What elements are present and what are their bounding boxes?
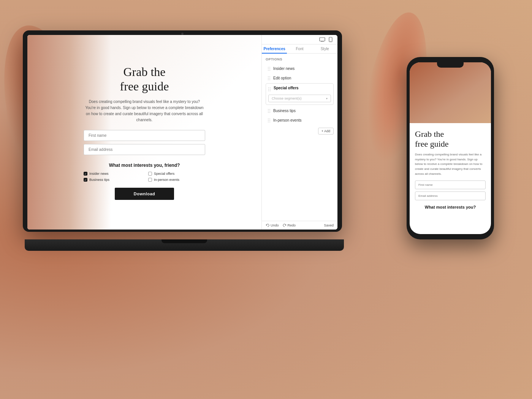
bottom-actions: Undo Redo (266, 223, 296, 227)
option-edit-option-label: Edit option (273, 76, 291, 80)
laptop-frame: Grab the free guide Does creating compel… (23, 30, 342, 232)
option-special-offers-title: Special offers (274, 86, 299, 90)
checkbox-insider-news-box[interactable]: ✓ (84, 172, 87, 176)
undo-label: Undo (271, 223, 279, 227)
checkbox-in-person-events[interactable]: In-person events (148, 178, 205, 182)
drag-handle-insider (268, 67, 271, 71)
laptop-hinge-notch (162, 239, 207, 243)
phone-title: Grab the free guide (415, 129, 486, 149)
phone-hero-image (410, 62, 491, 123)
checkbox-special-offers-box[interactable] (148, 172, 152, 176)
option-in-person-events-label: In-person events (273, 118, 302, 122)
page-preview: Grab the free guide Does creating compel… (27, 35, 261, 230)
saved-status: Saved (324, 223, 334, 227)
checkbox-special-offers-label: Special offers (154, 172, 174, 176)
tab-font[interactable]: Font (287, 44, 312, 53)
options-section: Options Insider news (262, 54, 337, 221)
mobile-icon[interactable] (328, 37, 334, 42)
checkbox-special-offers[interactable]: Special offers (148, 172, 205, 176)
email-input[interactable] (84, 144, 205, 155)
option-business-tips-label: Business tips (273, 109, 296, 113)
option-insider-news[interactable]: Insider news (266, 64, 334, 73)
page-main-content: Grab the free guide Does creating compel… (84, 65, 205, 200)
checkbox-business-tips-box[interactable]: ✓ (84, 178, 87, 182)
segment-dropdown[interactable]: Choose segment(s) ▾ (268, 95, 331, 102)
checkbox-in-person-events-label: In-person events (154, 178, 179, 182)
checkbox-insider-news[interactable]: ✓ Insider news (84, 172, 141, 176)
segment-placeholder: Choose segment(s) (272, 97, 302, 100)
option-special-offers-block: Special offers Choose segment(s) ▾ (266, 83, 334, 105)
first-name-input[interactable] (84, 130, 205, 141)
page-title: Grab the free guide (84, 65, 205, 94)
drag-handle-in-person (268, 119, 271, 122)
checkbox-list: ✓ Insider news Special offers ✓ (84, 172, 205, 182)
panel-tabs: Preferences Font Style (262, 44, 337, 54)
dropdown-chevron-icon: ▾ (326, 97, 328, 100)
checkbox-in-person-events-box[interactable] (148, 178, 152, 182)
phone-screen: Grab the free guide Does creating compel… (410, 62, 491, 234)
laptop-base (25, 239, 344, 251)
checkbox-insider-news-label: Insider news (89, 172, 109, 176)
toolbar (262, 35, 337, 44)
add-option-button[interactable]: + Add (318, 128, 334, 135)
options-label: Options (266, 57, 334, 61)
svg-point-5 (330, 41, 331, 41)
phone: Grab the free guide Does creating compel… (407, 57, 494, 239)
drag-handle-special (268, 87, 271, 91)
redo-icon (283, 223, 287, 227)
tab-preferences[interactable]: Preferences (262, 44, 287, 53)
phone-email-input[interactable] (415, 192, 486, 200)
tab-style[interactable]: Style (312, 44, 337, 53)
drag-handle-business (268, 109, 271, 113)
checkbox-business-tips-label: Business tips (89, 178, 109, 182)
phone-notch (437, 62, 464, 68)
add-button-row: + Add (266, 125, 334, 137)
svg-rect-0 (320, 38, 325, 41)
right-panel: Preferences Font Style Options (261, 35, 337, 230)
redo-label: Redo (288, 223, 296, 227)
checkbox-business-tips[interactable]: ✓ Business tips (84, 178, 141, 182)
phone-question: What most interests you? (415, 205, 486, 209)
option-in-person-events[interactable]: In-person events (266, 116, 334, 125)
phone-frame: Grab the free guide Does creating compel… (407, 57, 494, 239)
option-business-tips[interactable]: Business tips (266, 106, 334, 115)
redo-button[interactable]: Redo (283, 223, 296, 227)
drag-handle-edit (268, 76, 271, 80)
option-edit-option[interactable]: Edit option (266, 74, 334, 82)
phone-content: Grab the free guide Does creating compel… (410, 123, 491, 234)
undo-icon (266, 223, 269, 227)
phone-subtitle: Does creating compelling brand visuals f… (415, 152, 486, 177)
undo-button[interactable]: Undo (266, 223, 279, 227)
download-button[interactable]: Download (115, 188, 174, 200)
page-question: What most interests you, friend? (84, 163, 205, 168)
option-insider-news-label: Insider news (273, 66, 294, 71)
phone-first-name-input[interactable] (415, 180, 486, 189)
laptop: Grab the free guide Does creating compel… (23, 30, 346, 251)
laptop-screen: Grab the free guide Does creating compel… (27, 35, 337, 230)
bottom-bar: Undo Redo Saved (262, 221, 337, 230)
desktop-icon[interactable] (319, 37, 325, 42)
page-subtitle: Does creating compelling brand visuals f… (84, 99, 205, 123)
